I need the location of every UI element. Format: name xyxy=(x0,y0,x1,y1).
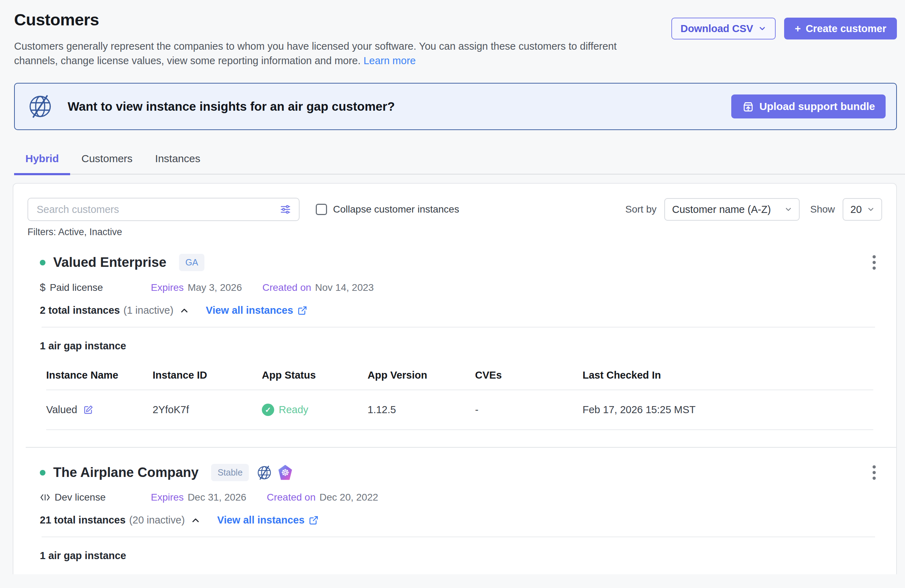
create-customer-button[interactable]: + Create customer xyxy=(784,17,897,40)
sort-by-label: Sort by xyxy=(625,204,657,215)
view-all-instances-label: View all instances xyxy=(217,514,305,526)
col-header-app-status: App Status xyxy=(262,571,368,574)
customer-name: Valued Enterprise xyxy=(53,255,166,270)
app-version-cell: 1.12.5 xyxy=(368,390,475,430)
license-type-label: Paid license xyxy=(50,282,103,293)
search-input[interactable] xyxy=(37,204,280,215)
tab-customers[interactable]: Customers xyxy=(70,146,144,174)
toolbar-right: Sort by Customer name (A-Z) Show 20 xyxy=(625,198,882,221)
view-all-instances-link[interactable]: View all instances xyxy=(217,514,319,526)
divider xyxy=(41,327,875,327)
upload-icon xyxy=(742,100,754,113)
license-type: Dev license xyxy=(40,492,151,503)
col-header-last-checked-in: Last Checked In xyxy=(583,571,873,574)
chevron-up-icon[interactable] xyxy=(179,305,190,316)
download-csv-label: Download CSV xyxy=(681,23,753,35)
tab-hybrid[interactable]: Hybrid xyxy=(14,146,70,175)
tab-instances[interactable]: Instances xyxy=(144,146,211,174)
page-header-text: Customers Customers generally represent … xyxy=(14,10,648,68)
instances-inactive: (20 inactive) xyxy=(129,514,185,526)
learn-more-link[interactable]: Learn more xyxy=(364,55,416,66)
col-header-instance-name: Instance Name xyxy=(46,571,152,574)
customer-meta: Dev license Expires Dec 31, 2026 Created… xyxy=(40,492,882,503)
check-circle-icon: ✓ xyxy=(262,404,274,416)
filter-sliders-icon[interactable] xyxy=(280,204,291,215)
created-on-label: Created on xyxy=(262,282,311,293)
license-type-label: Dev license xyxy=(55,492,106,503)
expires-group: Expires May 3, 2026 xyxy=(151,282,242,293)
customer-header: Valued Enterprise GA xyxy=(40,253,882,272)
collapse-instances-label: Collapse customer instances xyxy=(333,204,459,215)
channel-badge: GA xyxy=(179,254,205,271)
status-label: Ready xyxy=(279,404,308,416)
page-header: Customers Customers generally represent … xyxy=(0,0,905,68)
edit-icon[interactable] xyxy=(83,404,94,415)
search-box xyxy=(27,198,300,221)
download-csv-button[interactable]: Download CSV xyxy=(672,17,776,40)
page-description: Customers generally represent the compan… xyxy=(14,39,648,68)
instance-name-cell: Valued xyxy=(46,390,152,430)
airgap-banner: Want to view instance insights for an ai… xyxy=(14,83,897,130)
col-header-last-checked-in: Last Checked In xyxy=(583,362,873,390)
expires-date: Dec 31, 2026 xyxy=(187,492,246,503)
airgap-globe-icon xyxy=(257,465,272,480)
app-status-cell: ✓ Ready xyxy=(262,390,368,430)
instance-table: Instance Name Instance ID App Status App… xyxy=(46,362,873,430)
col-header-instance-id: Instance ID xyxy=(152,571,262,574)
customer-meta: $ Paid license Expires May 3, 2026 Creat… xyxy=(40,282,882,293)
active-status-dot xyxy=(40,260,46,265)
chevron-up-icon[interactable] xyxy=(190,515,201,526)
instance-name: Valued xyxy=(46,404,77,416)
last-checked-in-cell: Feb 17, 2026 15:25 MST xyxy=(583,390,873,430)
airgap-globe-icon xyxy=(27,94,53,119)
view-all-instances-link[interactable]: View all instances xyxy=(206,305,307,316)
chevron-down-icon xyxy=(867,205,875,214)
collapse-instances-toggle[interactable]: Collapse customer instances xyxy=(316,204,459,215)
kubernetes-helm-icon: ☸ xyxy=(278,465,292,480)
created-date: Nov 14, 2023 xyxy=(315,282,374,293)
channel-badge: Stable xyxy=(211,464,249,481)
kebab-menu-icon[interactable] xyxy=(870,463,878,482)
created-date: Dec 20, 2022 xyxy=(320,492,378,503)
upload-support-bundle-button[interactable]: Upload support bundle xyxy=(731,94,886,118)
cves-cell: - xyxy=(475,390,583,430)
sort-by-select[interactable]: Customer name (A-Z) xyxy=(664,198,800,221)
code-brackets-icon xyxy=(40,492,51,503)
col-header-cves: CVEs xyxy=(475,362,583,390)
customer-divider xyxy=(26,447,897,448)
expires-date: May 3, 2026 xyxy=(187,282,242,293)
instance-id-cell: 2YfoK7f xyxy=(152,390,262,430)
created-group: Created on Dec 20, 2022 xyxy=(267,492,378,503)
banner-title: Want to view instance insights for an ai… xyxy=(68,99,395,113)
expires-group: Expires Dec 31, 2026 xyxy=(151,492,246,503)
page-title: Customers xyxy=(14,10,648,29)
instances-summary: 2 total instances (1 inactive) View all … xyxy=(40,305,882,316)
col-header-app-version: App Version xyxy=(368,571,475,574)
expires-label: Expires xyxy=(151,492,184,503)
install-type-icons: ☸ xyxy=(257,465,292,480)
active-status-dot xyxy=(40,470,46,475)
created-on-label: Created on xyxy=(267,492,316,503)
instance-table: Instance Name Instance ID App Status App… xyxy=(46,571,873,574)
collapse-instances-checkbox[interactable] xyxy=(316,204,327,215)
ready-status: ✓ Ready xyxy=(262,404,308,416)
license-type: $ Paid license xyxy=(40,282,151,293)
page-description-text: Customers generally represent the compan… xyxy=(14,41,617,66)
col-header-instance-id: Instance ID xyxy=(152,362,262,390)
instances-total: 21 total instances xyxy=(40,514,125,526)
sort-by-value: Customer name (A-Z) xyxy=(672,204,771,215)
show-select[interactable]: 20 xyxy=(843,198,882,221)
airgap-instance-count: 1 air gap instance xyxy=(40,340,882,352)
customer-block-airplane-company: The Airplane Company Stable ☸ xyxy=(27,463,896,574)
kebab-menu-icon[interactable] xyxy=(870,253,878,272)
airgap-instance-count: 1 air gap instance xyxy=(40,550,882,561)
col-header-instance-name: Instance Name xyxy=(46,362,152,390)
divider xyxy=(41,537,875,537)
upload-support-bundle-label: Upload support bundle xyxy=(759,100,875,113)
header-actions: Download CSV + Create customer xyxy=(672,17,897,40)
plus-icon: + xyxy=(795,23,801,35)
customer-header: The Airplane Company Stable ☸ xyxy=(40,463,882,482)
external-link-icon xyxy=(309,515,319,525)
col-header-cves: CVEs xyxy=(475,571,583,574)
instances-inactive: (1 inactive) xyxy=(123,305,173,316)
